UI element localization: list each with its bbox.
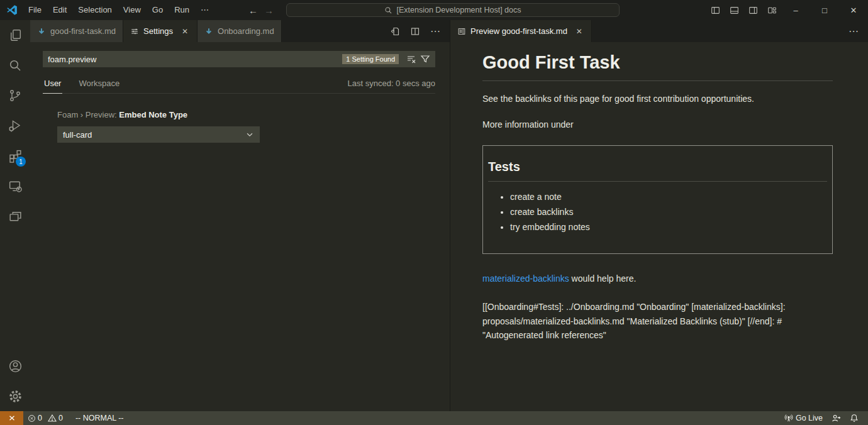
toggle-panel-button[interactable]: [725, 0, 743, 20]
dropdown-value: full-card: [63, 130, 92, 140]
warning-icon: [48, 414, 57, 422]
search-icon: [384, 6, 392, 14]
person-share-icon: [832, 414, 841, 423]
menu-item-run[interactable]: Run: [169, 0, 195, 20]
account-button[interactable]: [0, 351, 30, 381]
debug-icon: [8, 118, 23, 133]
more-actions-button[interactable]: ⋯: [849, 25, 859, 37]
windows-icon: [8, 209, 23, 224]
tab-label: good-first-task.md: [50, 26, 116, 36]
split-editor-button[interactable]: [410, 26, 420, 36]
tab-preview-good-first-task[interactable]: Preview good-first-task.md ✕: [450, 20, 592, 42]
close-icon[interactable]: ✕: [574, 27, 584, 36]
link-tail-text: would help here.: [569, 273, 637, 284]
embedded-note-card: Tests create a note create backlinks try…: [482, 145, 833, 254]
more-actions-button[interactable]: ⋯: [430, 25, 441, 37]
maximize-button[interactable]: □: [810, 0, 839, 20]
vim-mode-label[interactable]: -- NORMAL --: [71, 411, 128, 425]
menu-item-file[interactable]: File: [23, 0, 47, 20]
preview-paragraph-2: More information under: [482, 119, 833, 130]
embedded-note-list: create a note create backlinks try embed…: [488, 192, 827, 232]
chevron-down-icon: [245, 130, 254, 139]
settings-scope-tabs: User Workspace Last synced: 0 secs ago: [43, 76, 435, 94]
broadcast-icon: [784, 414, 793, 422]
tab-onboarding[interactable]: Onboarding.md: [198, 20, 282, 42]
close-window-button[interactable]: ✕: [839, 0, 868, 20]
share-button[interactable]: [827, 411, 845, 425]
vscode-logo-icon: [6, 4, 18, 16]
tabstrip-left: good-first-task.md Settings ✕ Onboarding…: [30, 20, 450, 42]
tab-label: Onboarding.md: [218, 26, 274, 36]
menu-item-go[interactable]: Go: [147, 0, 169, 20]
window-title-label: [Extension Development Host] docs: [396, 6, 521, 14]
open-settings-json-button[interactable]: [390, 26, 400, 36]
nav-forward-button[interactable]: →: [264, 5, 274, 16]
list-item: create backlinks: [510, 207, 827, 217]
menu-item-view[interactable]: View: [118, 0, 147, 20]
setting-name: Embed Note Type: [119, 110, 187, 119]
sidebar-item-run-debug[interactable]: [0, 111, 30, 141]
settings-search-input[interactable]: [43, 55, 342, 64]
go-live-label: Go Live: [796, 414, 823, 422]
editor-group-right: Preview good-first-task.md ✕ ⋯ Good Firs…: [450, 20, 868, 411]
preview-paragraph-1: See the backlinks of this page for good …: [482, 94, 833, 104]
scope-tab-user[interactable]: User: [43, 76, 62, 94]
sidebar-item-explorer[interactable]: [0, 20, 30, 50]
nav-back-button[interactable]: ←: [248, 5, 258, 16]
menu-overflow-button[interactable]: ⋯: [195, 0, 214, 20]
menu-item-edit[interactable]: Edit: [47, 0, 72, 20]
link-paragraph: materialized-backlinks would help here.: [482, 273, 833, 284]
tab-good-first-task[interactable]: good-first-task.md: [30, 20, 123, 42]
embedded-note-title: Tests: [488, 160, 827, 182]
link-references-paragraph: [[Onboarding#Tests]: ../Onboarding.md "O…: [482, 300, 833, 343]
remote-explorer-icon: [8, 179, 23, 194]
titlebar: File Edit Selection View Go Run ⋯ ← → [E…: [0, 0, 868, 20]
preview-title: Good First Task: [482, 52, 833, 81]
tab-label: Settings: [143, 26, 173, 36]
minimize-button[interactable]: –: [781, 0, 810, 20]
setting-item-embed-note-type: Foam › Preview: Embed Note Type full-car…: [43, 110, 435, 143]
status-bar: 0 0 -- NORMAL -- Go Live: [0, 411, 868, 425]
markdown-icon: [204, 27, 213, 36]
sidebar-item-remote-explorer[interactable]: [0, 171, 30, 201]
close-icon[interactable]: ✕: [180, 27, 190, 36]
markdown-icon: [37, 27, 46, 36]
settings-editor: 1 Setting Found User Workspace Last sync…: [30, 42, 450, 411]
markdown-preview-icon: [457, 27, 466, 36]
setting-category: Foam › Preview:: [57, 110, 119, 119]
scope-tab-workspace[interactable]: Workspace: [77, 76, 121, 93]
editor-group-left: good-first-task.md Settings ✕ Onboarding…: [30, 20, 450, 411]
sidebar-item-search[interactable]: [0, 50, 30, 80]
gear-icon: [8, 389, 23, 404]
problems-button[interactable]: 0 0: [23, 411, 71, 425]
go-live-button[interactable]: Go Live: [780, 411, 827, 425]
results-count-badge: 1 Setting Found: [342, 54, 399, 64]
sidebar-item-source-control[interactable]: [0, 80, 30, 111]
tab-label: Preview good-first-task.md: [470, 26, 567, 36]
tab-settings[interactable]: Settings ✕: [123, 20, 198, 42]
command-center-search[interactable]: [Extension Development Host] docs: [286, 3, 620, 17]
windows-stack-icon-item[interactable]: [0, 201, 30, 231]
warning-count: 0: [58, 414, 63, 422]
clear-search-filters-button[interactable]: [405, 53, 418, 65]
notifications-button[interactable]: [845, 411, 863, 425]
menu-item-selection[interactable]: Selection: [72, 0, 117, 20]
embed-note-type-dropdown[interactable]: full-card: [57, 126, 260, 143]
remote-indicator-button[interactable]: [0, 411, 23, 425]
tabstrip-right: Preview good-first-task.md ✕ ⋯: [450, 20, 868, 42]
extensions-badge: 1: [16, 157, 26, 167]
activity-bar: 1: [0, 20, 30, 411]
last-synced-label: Last synced: 0 secs ago: [348, 79, 435, 93]
customize-layout-button[interactable]: [762, 0, 781, 20]
sidebar-item-extensions[interactable]: 1: [0, 141, 30, 171]
search-icon: [8, 58, 23, 73]
filter-settings-button[interactable]: [419, 53, 431, 65]
toggle-secondary-sidebar-button[interactable]: [743, 0, 762, 20]
settings-sliders-icon: [130, 27, 139, 36]
materialized-backlinks-link[interactable]: materialized-backlinks: [482, 273, 569, 284]
manage-settings-button[interactable]: [0, 381, 30, 411]
settings-search-box: 1 Setting Found: [43, 51, 435, 67]
toggle-primary-sidebar-button[interactable]: [706, 0, 725, 20]
bell-icon: [850, 414, 859, 422]
error-count: 0: [38, 414, 42, 422]
